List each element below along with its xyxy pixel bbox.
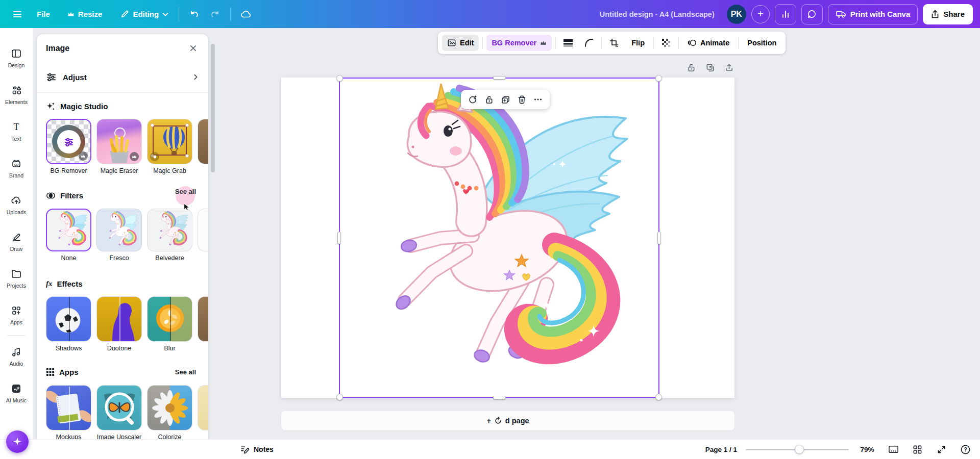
- tile-partial[interactable]: [198, 385, 208, 430]
- svg-text:?: ?: [964, 446, 967, 452]
- hamburger-menu-icon: [12, 9, 22, 19]
- sidebar-item-ai-music[interactable]: AI Music: [0, 374, 33, 411]
- resize-handle-n[interactable]: [493, 76, 506, 80]
- fullscreen-button[interactable]: [934, 442, 949, 457]
- sidebar-item-draw[interactable]: Draw: [0, 223, 33, 260]
- tile-filter-belvedere[interactable]: [147, 209, 192, 251]
- tile-blur[interactable]: [147, 296, 192, 342]
- insights-button[interactable]: [775, 4, 796, 24]
- chevron-right-icon: [192, 73, 199, 81]
- adjust-sliders-icon: [46, 72, 57, 83]
- tile-magic-grab[interactable]: [147, 119, 192, 164]
- resize-handle-ne[interactable]: [655, 75, 662, 82]
- resize-handle-sw[interactable]: [336, 394, 343, 400]
- cloud-save-status-button[interactable]: [236, 4, 256, 24]
- spinner-icon: [494, 417, 502, 425]
- resize-handle-e[interactable]: [657, 232, 661, 244]
- tile-colorize[interactable]: [147, 385, 192, 430]
- delete-button[interactable]: [514, 92, 529, 107]
- crop-button[interactable]: [605, 35, 623, 51]
- effects-tile-row: [46, 296, 208, 342]
- tile-filter-none[interactable]: [46, 209, 91, 251]
- filters-see-all-button[interactable]: See all: [172, 186, 199, 206]
- regenerate-button[interactable]: [465, 92, 480, 107]
- sidebar-item-projects[interactable]: Projects: [0, 260, 33, 296]
- add-page-button[interactable]: + d page: [281, 411, 734, 430]
- tile-partial[interactable]: [198, 119, 208, 164]
- tile-shadows[interactable]: [46, 296, 91, 342]
- mockups-art: [46, 386, 91, 430]
- tile-duotone[interactable]: [96, 296, 142, 342]
- sidebar-item-elements[interactable]: Elements: [0, 76, 33, 113]
- bg-remover-button[interactable]: BG Remover: [486, 35, 552, 51]
- close-panel-button[interactable]: [187, 42, 199, 54]
- sidebar-item-apps[interactable]: Apps: [0, 296, 33, 333]
- selection-box[interactable]: [339, 78, 659, 398]
- sidebar-item-audio[interactable]: Audio: [0, 338, 33, 374]
- notes-icon: [240, 445, 250, 454]
- resize-button[interactable]: Resize: [62, 5, 108, 24]
- resize-handle-se[interactable]: [655, 394, 662, 400]
- resize-handle-nw[interactable]: [336, 75, 343, 82]
- add-member-button[interactable]: +: [751, 5, 770, 23]
- canva-assistant-button[interactable]: [6, 430, 29, 453]
- tile-partial[interactable]: [198, 209, 208, 251]
- adjust-row[interactable]: Adjust: [46, 67, 199, 87]
- lock-button[interactable]: [482, 92, 496, 107]
- close-icon: [189, 44, 197, 52]
- tile-partial[interactable]: [198, 296, 208, 342]
- zoom-slider-thumb[interactable]: [795, 445, 804, 454]
- context-toolbar: Edit BG Remover Flip Animate: [438, 32, 786, 54]
- redo-button[interactable]: [205, 4, 225, 24]
- sidebar-item-text[interactable]: T Text: [0, 113, 33, 149]
- file-menu-button[interactable]: File: [32, 5, 55, 24]
- flip-button[interactable]: Flip: [626, 35, 650, 51]
- scrollbar-thumb[interactable]: [211, 44, 215, 172]
- duplicate-page-button[interactable]: [703, 60, 717, 74]
- duplicate-button[interactable]: [498, 92, 512, 107]
- print-with-canva-button[interactable]: Print with Canva: [828, 4, 918, 24]
- more-options-button[interactable]: [531, 92, 545, 107]
- sidebar-item-design[interactable]: Design: [0, 39, 33, 76]
- status-bar: Notes Page 1 / 1 79% ?: [0, 439, 980, 459]
- editing-mode-button[interactable]: Editing: [115, 5, 174, 24]
- export-page-icon: [724, 63, 734, 72]
- sidebar-item-uploads[interactable]: Uploads: [0, 186, 33, 223]
- page-actions: [684, 60, 736, 74]
- sidebar-item-brand[interactable]: co Brand: [0, 149, 33, 186]
- corner-rounding-button[interactable]: [580, 35, 598, 51]
- crop-icon: [609, 38, 619, 47]
- edit-button[interactable]: Edit: [442, 35, 479, 51]
- position-button[interactable]: Position: [742, 35, 781, 51]
- resize-handle-s[interactable]: [493, 396, 506, 399]
- zoom-slider[interactable]: [746, 445, 849, 454]
- panel-scrollbar[interactable]: ▼: [210, 37, 215, 445]
- design-title[interactable]: Untitled design - A4 (Landscape): [600, 10, 715, 18]
- tile-magic-eraser[interactable]: [96, 119, 142, 164]
- lock-page-button[interactable]: [684, 60, 698, 74]
- animate-icon: [688, 38, 697, 47]
- tile-mockups[interactable]: [46, 385, 91, 430]
- notes-button[interactable]: Notes: [240, 445, 274, 454]
- sparkle-icon: [12, 436, 23, 447]
- grid-view-button[interactable]: [910, 442, 925, 457]
- share-button[interactable]: Share: [923, 4, 973, 24]
- avatar[interactable]: PK: [727, 5, 746, 24]
- undo-button[interactable]: [184, 4, 205, 24]
- transparency-button[interactable]: [657, 35, 675, 51]
- resize-handle-w[interactable]: [337, 232, 341, 244]
- tile-bg-remover[interactable]: [46, 119, 91, 164]
- animate-button[interactable]: Animate: [682, 35, 734, 51]
- comments-button[interactable]: [801, 4, 823, 24]
- main-menu-button[interactable]: [7, 4, 28, 24]
- stroke-weight-button[interactable]: [559, 35, 577, 51]
- crown-icon: [540, 40, 547, 45]
- tile-filter-fresco[interactable]: [96, 209, 142, 251]
- apps-see-all-button[interactable]: See all: [172, 366, 199, 378]
- tile-image-upscaler[interactable]: [96, 385, 142, 430]
- tile-label: Magic Grab: [147, 167, 192, 175]
- divider: [179, 8, 179, 21]
- present-button[interactable]: [886, 442, 901, 457]
- help-button[interactable]: ?: [958, 442, 973, 457]
- move-page-button[interactable]: [722, 60, 736, 74]
